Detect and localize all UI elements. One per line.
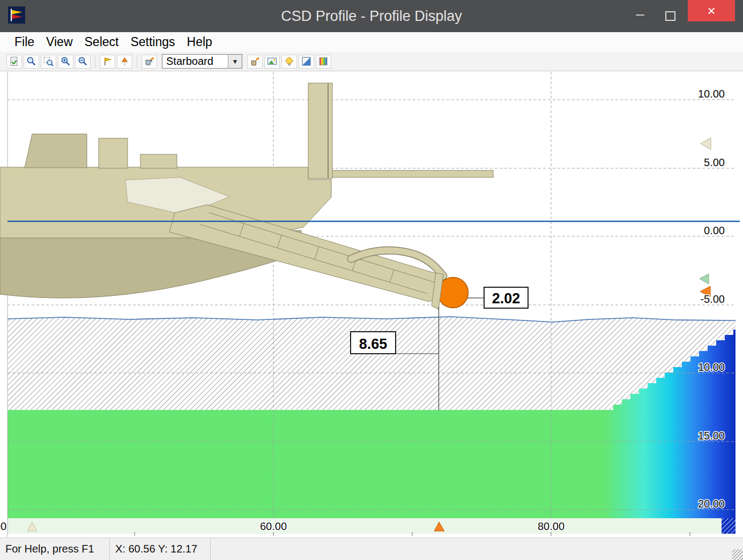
y-axis-label: -5.00 [700,293,725,305]
validate-button[interactable] [6,55,22,69]
diagonal-fill-button[interactable] [299,55,314,69]
zoom-button[interactable] [24,55,39,69]
flag-icon [102,56,113,66]
menu-file[interactable]: File [9,35,40,49]
center-target-icon [120,56,130,66]
statusbar-spacer [211,538,732,560]
close-icon: × [707,3,715,19]
minimize-button[interactable]: – [628,0,652,32]
deep-corner-hatch [722,518,735,534]
x-axis-label: 80.00 [538,520,564,532]
y-axis-label: 10.00 [698,361,725,373]
y-axis-label: 10.00 [698,88,725,100]
spray-icon [144,56,154,66]
x-axis-label: 60.00 [260,520,287,532]
validate-icon [9,56,19,66]
picture-button[interactable] [264,55,280,69]
menu-settings[interactable]: Settings [124,35,181,49]
bulb-icon [284,56,294,66]
spray-alt-button[interactable] [247,55,263,69]
dredger-superstructure [25,134,87,168]
menu-help[interactable]: Help [181,35,218,49]
toolbar: Starboard ▼ [0,52,743,71]
menubar: File View Select Settings Help [0,32,743,52]
profile-canvas[interactable]: 2.02 8.65 10.00 5.00 0.00 -5.0 [0,71,743,537]
diagonal-fill-icon [301,56,311,66]
chevron-down-icon[interactable]: ▼ [228,55,242,68]
center-target-button[interactable] [117,55,132,69]
toolbar-separator [95,55,95,68]
statusbar-coordinates: X: 60.56 Y: 12.17 [110,538,211,560]
y-axis-label: 5.00 [704,156,725,168]
zoom-out-button[interactable] [75,55,91,69]
depth-value-label: 8.65 [359,336,388,352]
spray-alt-icon [250,56,260,66]
dredger-spud [308,83,332,178]
statusbar: For Help, press F1 X: 60.56 Y: 12.17 [0,537,743,560]
toolbar-separator [137,55,137,68]
dredger-cabin [99,138,128,168]
picture-icon [267,56,277,66]
zoom-window-button[interactable] [41,55,56,69]
statusbar-help: For Help, press F1 [0,538,110,560]
zoom-window-icon [43,56,54,66]
bottom-axis-strip [8,518,735,534]
color-columns-icon [318,56,329,66]
x-axis-label: 40.00 [0,520,6,532]
spray-button[interactable] [142,55,157,69]
window-controls: – × [628,0,735,32]
flag-button[interactable] [100,55,115,69]
y-axis-label: 0.00 [704,225,725,236]
menu-select[interactable]: Select [79,35,125,49]
zoom-in-button[interactable] [58,55,73,69]
zoom-in-icon [61,56,71,66]
titlebar[interactable]: CSD Profile - Profile Display – × [0,0,743,32]
color-columns-button[interactable] [316,55,331,69]
zoom-out-icon [78,56,88,66]
y-axis-label: 20.00 [698,498,725,510]
maximize-button[interactable] [658,0,682,32]
profile-side-value: Starboard [162,55,228,68]
dredger-deck-beam [331,170,493,177]
zoom-icon [26,56,36,66]
resize-grip[interactable] [732,549,743,560]
profile-side-select[interactable]: Starboard ▼ [162,54,242,69]
bulb-button[interactable] [281,55,297,69]
y-axis-label: 15.00 [698,430,725,442]
minimize-icon: – [636,5,644,23]
close-button[interactable]: × [688,0,735,21]
menu-view[interactable]: View [40,35,78,49]
seabed-hatch-area [8,317,735,410]
maximize-icon [665,11,675,21]
app-window: CSD Profile - Profile Display – × File V… [0,0,743,560]
cutter-value-label: 2.02 [492,290,521,307]
dredger-deck-structure [140,154,177,168]
profile-display: 2.02 8.65 10.00 5.00 0.00 -5.0 [0,71,743,537]
